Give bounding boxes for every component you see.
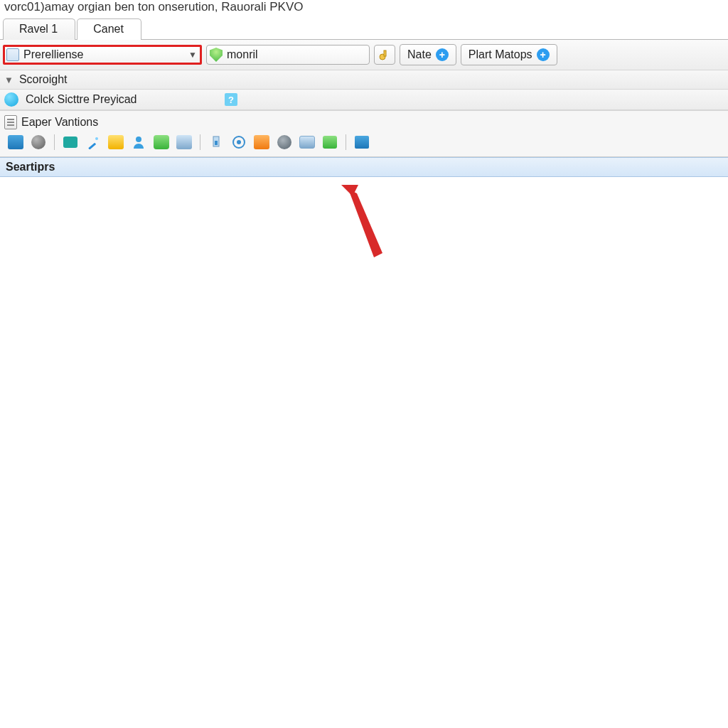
chevron-down-icon: ▼ [188, 50, 197, 60]
separator [200, 134, 200, 150]
scoright-label: Scoroight [19, 73, 68, 86]
shield-icon [210, 48, 223, 62]
plus-icon: + [537, 48, 550, 61]
dropdown-monril[interactable]: monril [206, 45, 370, 65]
disk-blue-icon[interactable] [353, 134, 370, 151]
lines-teal-icon[interactable] [62, 134, 79, 151]
monitor-grayblue-icon[interactable] [299, 134, 316, 151]
dropdown-prerelliense-value: Prerelliense [23, 48, 83, 61]
window-title: vorc01)amay orgian ben ton onserution, R… [0, 0, 728, 14]
person-blue-icon[interactable] [130, 134, 147, 151]
tab-ravel1[interactable]: Ravel 1 [3, 18, 75, 40]
page-yellow-icon[interactable] [107, 134, 124, 151]
dropdown-prerelliense[interactable]: Prerelliense ▼ [3, 45, 202, 65]
section-eaper-vantions: Eaper Vantions [0, 110, 728, 131]
document-icon [4, 115, 17, 129]
toolbar-primary: Prerelliense ▼ monril Nate + Plart Matop… [0, 40, 728, 70]
wand-blue-icon[interactable] [85, 134, 102, 151]
svg-marker-10 [348, 189, 382, 257]
target-blue-icon[interactable] [230, 134, 247, 151]
gauge-blue-icon[interactable] [208, 134, 225, 151]
chart-green-icon[interactable] [321, 134, 338, 151]
plart-matops-label: Plart Matops [469, 48, 532, 61]
svg-point-8 [237, 140, 241, 144]
svg-point-3 [95, 137, 98, 140]
toolbar-icons [0, 131, 728, 157]
scoright-row[interactable]: ▼ Scoroight [0, 70, 728, 90]
folder-orange-icon[interactable] [253, 134, 270, 151]
svg-rect-2 [88, 143, 96, 149]
tab-bar: Ravel 1 Canet [0, 17, 728, 40]
content-area [0, 177, 728, 703]
click-structure-label: Colck Sicttre Preyicad [26, 93, 218, 106]
click-structure-row[interactable]: Colck Sicttre Preyicad ? [0, 90, 728, 110]
svg-point-4 [136, 136, 141, 142]
nate-button[interactable]: Nate + [400, 44, 456, 65]
section-title: Eaper Vantions [21, 116, 98, 129]
list-blue-icon[interactable] [7, 134, 24, 151]
help-icon[interactable]: ? [225, 93, 237, 106]
separator [54, 134, 55, 150]
nate-button-label: Nate [407, 48, 432, 61]
plart-matops-button[interactable]: Plart Matops + [461, 44, 557, 65]
annotation-arrow-icon [336, 179, 392, 264]
chat-green-icon[interactable] [153, 134, 170, 151]
dropdown-monril-value: monril [227, 48, 258, 61]
tab-canet[interactable]: Canet [77, 18, 141, 40]
key-icon [378, 48, 392, 62]
svg-rect-6 [215, 141, 218, 145]
sphere-steel-icon[interactable] [276, 134, 293, 151]
chat-bubble-icon [4, 92, 18, 107]
plus-icon: + [436, 48, 449, 61]
separator [346, 134, 346, 150]
chevron-down-icon: ▼ [4, 75, 14, 85]
window-grayblue-icon[interactable] [176, 134, 193, 151]
column-header-seartiprs[interactable]: Seartiprs [0, 157, 728, 177]
svg-rect-1 [384, 50, 386, 56]
key-button[interactable] [374, 45, 395, 65]
globe-gray-icon[interactable] [30, 134, 47, 151]
note-icon [6, 48, 19, 61]
